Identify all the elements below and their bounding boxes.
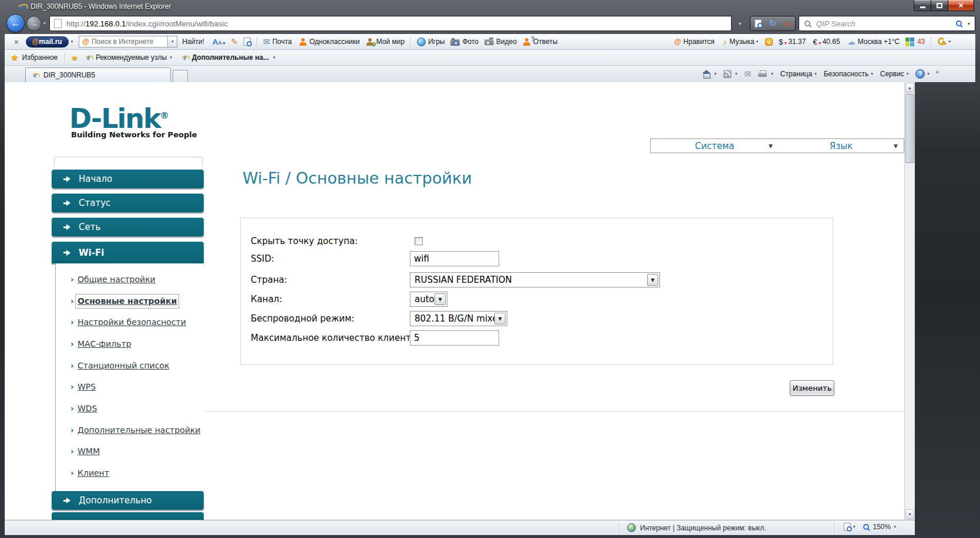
answers-icon[interactable]: ? bbox=[523, 38, 531, 46]
wallet-icon[interactable] bbox=[765, 38, 773, 46]
back-button[interactable]: ← bbox=[6, 14, 25, 32]
print-icon[interactable] bbox=[758, 70, 767, 78]
minimize-button[interactable] bbox=[914, 0, 931, 11]
video-link[interactable]: Видео bbox=[496, 38, 517, 46]
weather-link[interactable]: Москва +1°C bbox=[858, 38, 900, 46]
page-search-icon[interactable] bbox=[244, 38, 251, 46]
title-bar[interactable]: DIR_300NRUB5 - Windows Internet Explorer… bbox=[0, 0, 980, 13]
submenu-wmm[interactable]: WMM bbox=[78, 446, 100, 456]
forward-button[interactable]: → bbox=[26, 16, 42, 31]
mailru-logo[interactable]: @mail.ru bbox=[26, 36, 69, 48]
rss-icon[interactable] bbox=[723, 70, 732, 78]
page-view-icon[interactable] bbox=[844, 523, 851, 531]
channel-select[interactable]: auto ▼ bbox=[410, 292, 447, 307]
safety-menu[interactable]: Безопасность bbox=[824, 70, 869, 78]
photo-icon[interactable] bbox=[450, 39, 460, 46]
hide-ap-checkbox[interactable] bbox=[415, 237, 423, 245]
games-icon[interactable] bbox=[417, 38, 426, 46]
search-engine-dropdown[interactable]: ▾ bbox=[968, 21, 970, 26]
zoom-level[interactable]: 150% bbox=[873, 523, 891, 531]
sidebar-item-wifi[interactable]: Wi-Fi bbox=[52, 242, 204, 263]
close-button[interactable]: × bbox=[948, 0, 974, 11]
history-dropdown[interactable]: ▾ bbox=[43, 21, 46, 26]
system-menu-dropdown[interactable]: Система ▼ bbox=[650, 138, 779, 153]
page-menu[interactable]: Страница bbox=[780, 70, 812, 78]
stop-button[interactable]: × bbox=[780, 16, 795, 31]
max-clients-input[interactable] bbox=[410, 330, 499, 346]
sidebar-item-advanced[interactable]: Дополнительно bbox=[52, 491, 204, 510]
my-world-link[interactable]: Мой мир bbox=[376, 38, 405, 46]
submenu-security-settings[interactable]: Настройки безопасности bbox=[78, 317, 186, 327]
more-addons-dropdown[interactable]: ▾ bbox=[273, 55, 275, 60]
submenu-common-settings[interactable]: Общие настройки bbox=[78, 275, 156, 285]
font-size-button[interactable]: AA▾ bbox=[213, 38, 225, 46]
language-menu-dropdown[interactable]: Язык ▼ bbox=[779, 138, 904, 153]
highlighter-icon[interactable]: ✎ bbox=[231, 37, 238, 46]
sidebar-item-home[interactable]: Начало bbox=[52, 170, 204, 188]
video-icon[interactable] bbox=[484, 39, 494, 45]
address-dropdown[interactable]: ▾ bbox=[733, 16, 746, 31]
scroll-up-button[interactable]: ▲ bbox=[905, 83, 914, 93]
home-icon[interactable] bbox=[702, 70, 711, 78]
submenu-wds[interactable]: WDS bbox=[78, 404, 97, 414]
tools-menu[interactable]: Сервис bbox=[880, 70, 904, 78]
submenu-additional-settings[interactable]: Дополнительные настройки bbox=[78, 425, 200, 435]
music-dropdown[interactable]: ▾ bbox=[756, 39, 759, 44]
chevron-down-icon[interactable]: ▼ bbox=[647, 274, 658, 286]
tools-menu-dropdown[interactable]: ▾ bbox=[907, 72, 909, 76]
new-tab-button[interactable] bbox=[173, 70, 188, 82]
usd-rate[interactable]: 31.37 bbox=[788, 38, 806, 46]
toolbar-overflow-chevron[interactable]: » bbox=[935, 68, 939, 75]
mailru-search-dropdown[interactable]: ▾ bbox=[168, 36, 177, 48]
toolbar-settings-dropdown[interactable]: ▾ bbox=[948, 39, 951, 44]
more-addons-button[interactable]: Дополнительные на... bbox=[192, 53, 270, 62]
home-dropdown[interactable]: ▾ bbox=[715, 72, 717, 76]
mailru-logo-dropdown[interactable]: ▾ bbox=[71, 39, 73, 44]
help-dropdown[interactable]: ▾ bbox=[927, 72, 930, 76]
page-view-dropdown[interactable]: ▾ bbox=[853, 525, 856, 529]
page-menu-dropdown[interactable]: ▾ bbox=[814, 72, 817, 76]
like-link[interactable]: Нравится bbox=[683, 38, 715, 46]
submenu-client[interactable]: Клиент bbox=[78, 468, 109, 478]
sidebar-item-partial[interactable] bbox=[52, 512, 204, 520]
search-box[interactable]: QIP Search ▾ bbox=[799, 16, 975, 31]
traffic-map-icon[interactable] bbox=[905, 37, 915, 46]
add-favorite-icon[interactable]: ★ bbox=[71, 53, 78, 62]
print-dropdown[interactable]: ▾ bbox=[771, 72, 773, 76]
safety-menu-dropdown[interactable]: ▾ bbox=[871, 72, 873, 76]
go-search-icon[interactable] bbox=[955, 20, 963, 28]
music-icon[interactable]: ♪ bbox=[723, 37, 728, 47]
sidebar-item-network[interactable]: С​еть bbox=[52, 218, 204, 236]
traffic-value[interactable]: 43 bbox=[917, 38, 925, 46]
read-mail-icon[interactable]: ✉ bbox=[745, 69, 752, 79]
suggested-sites-dropdown[interactable]: ▾ bbox=[170, 55, 172, 60]
eur-rate[interactable]: 40.65 bbox=[823, 38, 840, 46]
rss-dropdown[interactable]: ▾ bbox=[735, 72, 737, 76]
wireless-mode-select[interactable]: 802.11 B/G/N mixed ▼ bbox=[410, 311, 507, 326]
tab-dir-300nrub5[interactable]: DIR_300NRUB5 bbox=[25, 67, 171, 82]
address-bar[interactable]: http://192.168.0.1/index.cgi#rootMenu/wi… bbox=[49, 16, 732, 31]
submenu-mac-filter[interactable]: MAC-фильтр bbox=[78, 339, 132, 349]
ssid-input[interactable] bbox=[410, 251, 499, 266]
photo-link[interactable]: Фото bbox=[462, 38, 479, 46]
scrollbar-thumb[interactable] bbox=[905, 94, 914, 163]
sidebar-item-status[interactable]: Статус bbox=[52, 194, 204, 212]
mail-icon[interactable]: ✉ bbox=[263, 37, 270, 46]
vertical-scrollbar[interactable]: ▲ ▼ bbox=[904, 82, 915, 520]
submenu-basic-settings[interactable]: Основные настройки bbox=[78, 296, 177, 306]
mail-link[interactable]: Почта bbox=[272, 38, 292, 46]
chevron-down-icon[interactable]: ▼ bbox=[494, 313, 506, 324]
games-link[interactable]: Игры bbox=[428, 38, 444, 46]
submenu-station-list[interactable]: Станционный список bbox=[78, 361, 169, 371]
favorites-button[interactable]: Избранное bbox=[22, 53, 58, 62]
mailru-search-input[interactable]: @ Поиск в Интернете bbox=[79, 36, 168, 48]
find-button[interactable]: Найти! bbox=[182, 38, 204, 46]
suggested-sites-button[interactable]: Рекомендуемые узлы bbox=[96, 53, 167, 62]
odnoklassniki-icon[interactable] bbox=[299, 38, 307, 46]
maximize-button[interactable] bbox=[931, 0, 948, 11]
compatibility-view-button[interactable] bbox=[750, 16, 765, 31]
apply-button[interactable]: Изменить bbox=[790, 380, 834, 396]
chevron-down-icon[interactable]: ▼ bbox=[435, 293, 446, 305]
zoom-control[interactable]: ▾ 150% ▾ bbox=[844, 523, 896, 531]
submenu-wps[interactable]: WPS bbox=[78, 382, 96, 392]
